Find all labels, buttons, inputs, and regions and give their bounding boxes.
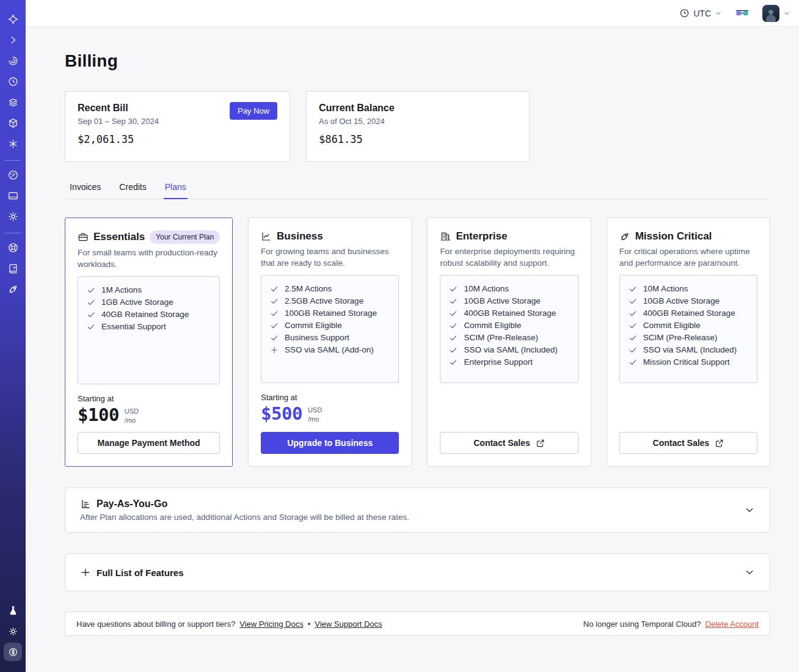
chevron-down-icon — [783, 10, 790, 17]
cube-icon[interactable] — [4, 114, 22, 132]
check-icon — [87, 286, 95, 294]
plan-description: For small teams with production-ready wo… — [78, 247, 220, 271]
plan-feature: 10GB Active Storage — [449, 296, 569, 305]
timezone-label: UTC — [693, 9, 711, 18]
topbar: UTC — [26, 0, 799, 27]
support-docs-link[interactable]: View Support Docs — [315, 619, 382, 629]
current-balance-date: As of Oct 15, 2024 — [319, 117, 517, 126]
plan-feature: Enterprise Support — [449, 357, 569, 367]
recent-bill-amount: $2,061.35 — [78, 133, 277, 145]
current-balance-title: Current Balance — [319, 103, 517, 114]
spiral-icon[interactable] — [4, 51, 22, 70]
footer-bar: Have questions about billing or support … — [65, 612, 770, 636]
payg-accordion[interactable]: Pay-As-You-Go After Plan allocations are… — [65, 488, 770, 533]
rocket-icon — [619, 231, 630, 242]
delete-account-link[interactable]: Delete Account — [706, 619, 759, 629]
plan-description: For growing teams and businesses that ar… — [261, 246, 399, 270]
plan-feature: 100GB Retained Storage — [270, 309, 390, 318]
briefcase-icon — [78, 232, 89, 243]
plan-name: Essentials — [93, 231, 145, 243]
plan-card-business: Business For growing teams and businesse… — [248, 217, 412, 467]
current-plan-badge: Your Current Plan — [150, 230, 220, 244]
pricing-docs-link[interactable]: View Pricing Docs — [239, 619, 304, 629]
card-icon[interactable] — [4, 186, 22, 205]
plan-pricing: Starting at $100 USD/mo — [78, 394, 220, 425]
contact-sales-button[interactable]: Contact Sales — [440, 432, 578, 454]
clock-icon[interactable] — [4, 72, 22, 90]
pay-now-button[interactable]: Pay Now — [230, 102, 277, 120]
manage-payment-button[interactable]: Manage Payment Method — [78, 432, 220, 454]
check-icon — [449, 358, 458, 367]
plan-name: Business — [277, 230, 323, 243]
plan-feature: 1M Actions — [87, 285, 211, 294]
chevron-right-icon[interactable] — [4, 31, 22, 49]
plan-price: $100 — [78, 404, 119, 425]
chevron-down-icon[interactable] — [745, 568, 754, 577]
plan-name: Mission Critical — [635, 230, 712, 243]
plan-feature: Commit Eligible — [629, 321, 748, 330]
check-icon — [270, 334, 279, 342]
life-ring-icon[interactable] — [4, 238, 22, 257]
features-title: Full List of Features — [97, 568, 184, 578]
billing-summary: Recent Bill Sep 01 – Sep 30, 2024 $2,061… — [65, 91, 770, 162]
plan-feature: 10M Actions — [629, 284, 748, 293]
plan-card-mission-critical: Mission Critical For critical operations… — [607, 217, 770, 467]
rocket-icon[interactable] — [4, 280, 22, 298]
contact-sales-button[interactable]: Contact Sales — [619, 432, 757, 454]
external-link-icon — [536, 439, 545, 448]
check-icon — [629, 358, 637, 367]
chevron-down-icon[interactable] — [745, 505, 754, 515]
footer-question: Have questions about billing or support … — [76, 619, 235, 629]
gear-icon[interactable] — [4, 207, 22, 225]
glasses-icon[interactable] — [735, 9, 749, 18]
check-icon — [449, 285, 458, 293]
plan-feature: 400GB Retained Storage — [449, 309, 569, 318]
page-title: Billing — [65, 51, 770, 71]
check-icon — [629, 321, 637, 330]
upgrade-business-button[interactable]: Upgrade to Business — [261, 432, 399, 454]
plans-grid: Essentials Your Current Plan For small t… — [65, 217, 770, 467]
payg-description: After Plan allocations are used, additio… — [80, 513, 755, 522]
tab-invoices[interactable]: Invoices — [68, 178, 102, 199]
bullet-separator: • — [308, 619, 311, 629]
plan-feature: SCIM (Pre-Release) — [449, 333, 569, 342]
plan-feature: 1GB Active Storage — [87, 298, 211, 307]
check-icon — [449, 297, 458, 305]
features-accordion[interactable]: Full List of Features — [65, 553, 770, 591]
plan-feature: Commit Eligible — [449, 321, 569, 330]
check-icon — [449, 321, 458, 330]
flask-icon[interactable] — [4, 601, 22, 619]
check-icon — [449, 309, 458, 318]
check-icon — [629, 346, 637, 354]
check-icon — [629, 285, 637, 293]
layers-icon[interactable] — [4, 93, 22, 111]
check-icon — [270, 321, 279, 330]
current-balance-card: Current Balance As of Oct 15, 2024 $861.… — [306, 91, 530, 162]
payg-title: Pay-As-You-Go — [97, 499, 167, 509]
check-icon — [449, 346, 458, 354]
plan-feature: 400GB Retained Storage — [629, 309, 748, 318]
plan-feature: 10GB Active Storage — [629, 296, 748, 305]
sidebar-divider — [5, 233, 21, 233]
plan-features: 1M Actions 1GB Active Storage 40GB Retai… — [78, 276, 220, 384]
plan-description: For critical operations where uptime and… — [619, 246, 757, 270]
asterisk-icon[interactable] — [4, 134, 22, 153]
timezone-selector[interactable]: UTC — [679, 8, 722, 18]
check-icon — [270, 297, 279, 305]
user-menu[interactable] — [762, 5, 790, 22]
dollar-coin-icon[interactable] — [4, 643, 22, 661]
plan-feature: 10M Actions — [449, 284, 569, 293]
tab-plans[interactable]: Plans — [164, 178, 188, 199]
sun-icon[interactable] — [4, 622, 22, 640]
plan-card-essentials: Essentials Your Current Plan For small t… — [65, 217, 233, 467]
plan-pricing: Starting at $500 USD/mo — [261, 393, 399, 424]
plus-icon — [270, 346, 279, 354]
check-icon — [87, 323, 95, 331]
plan-feature: Essential Support — [87, 322, 211, 331]
temporal-logo-icon[interactable] — [4, 10, 22, 28]
gauge-icon[interactable] — [4, 166, 22, 184]
check-icon — [270, 309, 279, 318]
plan-feature: 40GB Retained Storage — [87, 310, 211, 319]
book-icon[interactable] — [4, 259, 22, 277]
tab-credits[interactable]: Credits — [118, 178, 147, 199]
